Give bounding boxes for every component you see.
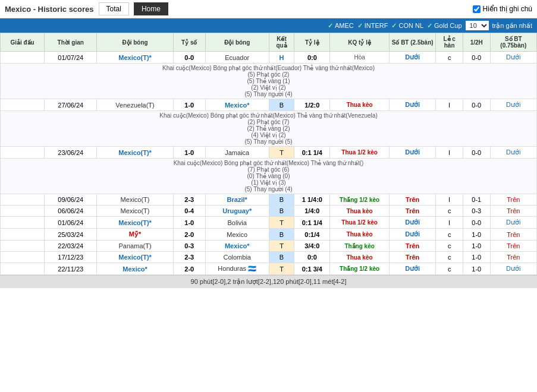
- bet-result: Thua 1/2 kèo: [330, 217, 390, 229]
- table-row: CON NL22/03/24Panama(T)0-3Mexico*T3/4:0T…: [1, 241, 537, 252]
- bet-ratio: 1/2:0: [294, 99, 330, 111]
- over-under-075: Trên: [490, 252, 536, 263]
- away-team: Jamaica: [205, 147, 269, 159]
- over-under-25: Trên: [389, 194, 435, 206]
- check-amec: ✓: [328, 22, 333, 30]
- table-header-row: Giải đấu Thời gian Đội bóng Tỷ số Đội bó…: [1, 33, 537, 52]
- filter-connl: ✓ CON NL: [391, 22, 423, 30]
- over-under-25: Dưới: [389, 147, 435, 159]
- match-result: B: [269, 206, 294, 217]
- match-result: B: [269, 229, 294, 241]
- recent-matches-select[interactable]: 5 10 15 20 30 All: [466, 21, 489, 30]
- table-row: CON NL25/03/24Mỹ*2-0MexicoB0:1/4Thua kèo…: [1, 229, 537, 241]
- lec-han: c: [436, 52, 463, 64]
- away-team: Brazil*: [205, 194, 269, 206]
- bet-ratio: 0:1/4: [294, 229, 330, 241]
- lec-han: I: [436, 99, 463, 111]
- over-under-25: Trên: [389, 241, 435, 252]
- th-sobt2: Số BT (0.75bàn): [490, 33, 536, 52]
- th-half: 1/2H: [463, 33, 490, 52]
- match-result: H: [269, 52, 294, 64]
- lec-han: c: [436, 241, 463, 252]
- th-competition: Giải đấu: [1, 33, 45, 52]
- tab-total[interactable]: Total: [99, 2, 129, 15]
- match-date: 25/03/24: [45, 229, 97, 241]
- away-team: Mexico*: [205, 99, 269, 111]
- competition-badge: INTERF: [1, 217, 45, 229]
- lec-han: I: [436, 147, 463, 159]
- half-score: 0-0: [463, 99, 490, 111]
- match-result: T: [269, 147, 294, 159]
- match-score: 1-0: [173, 147, 205, 159]
- th-lec: Lẻ c hàn: [436, 33, 463, 52]
- over-under-25: Trên: [389, 206, 435, 217]
- home-team: Mỹ*: [97, 229, 173, 241]
- lec-han: c: [436, 229, 463, 241]
- header: Mexico - Historic scores Total Home Hiển…: [0, 0, 537, 18]
- home-team: Venezuela(T): [97, 99, 173, 111]
- match-score: 2-3: [173, 194, 205, 206]
- away-team: Mexico*: [205, 241, 269, 252]
- bet-result: Hòa: [330, 52, 390, 64]
- home-team: Mexico(T): [97, 194, 173, 206]
- match-detail-content: Khai cuộc(Mexico) Bóng phạt góc thứ nhất…: [1, 111, 537, 147]
- match-result: B: [269, 99, 294, 111]
- half-score: 0-0: [463, 147, 490, 159]
- filter-amec-label: AMEC: [335, 22, 354, 29]
- bet-ratio: 0:0: [294, 52, 330, 64]
- match-score: 2-0: [173, 229, 205, 241]
- match-date: 27/06/24: [45, 99, 97, 111]
- bet-result: Thua kèo: [330, 206, 390, 217]
- away-team: Uruguay*: [205, 206, 269, 217]
- th-result: Kết quả: [269, 33, 294, 52]
- match-score: 1-0: [173, 99, 205, 111]
- filter-row: ✓ AMEC ✓ INTERF ✓ CON NL ✓ Gold Cup 5 10…: [0, 18, 537, 33]
- half-score: 0-3: [463, 206, 490, 217]
- bet-ratio: 3/4:0: [294, 241, 330, 252]
- over-under-25: Dưới: [389, 263, 435, 275]
- match-detail-row: Khai cuộc(Mexico) Bóng phạt góc thứ nhất…: [1, 64, 537, 99]
- over-under-25: Trên: [389, 252, 435, 263]
- bet-result: Thua 1/2 kèo: [330, 147, 390, 159]
- show-notes: Hiển thị ghi chú: [473, 5, 532, 13]
- match-result: B: [269, 252, 294, 263]
- th-away: Đội bóng: [205, 33, 269, 52]
- match-score: 0-0: [173, 52, 205, 64]
- bet-ratio: 0:0: [294, 252, 330, 263]
- match-result: T: [269, 263, 294, 275]
- over-under-25: Dưới: [389, 229, 435, 241]
- th-kqtyle: KQ tỷ lệ: [330, 33, 390, 52]
- over-under-25: Dưới: [389, 52, 435, 64]
- home-team: Mexico(T)*: [97, 217, 173, 229]
- filter-interf: ✓ INTERF: [357, 22, 388, 30]
- over-under-075: Dưới: [490, 147, 536, 159]
- competition-badge: CON NL: [1, 229, 45, 241]
- bet-result: Thắng kèo: [330, 241, 390, 252]
- tab-home[interactable]: Home: [134, 2, 168, 15]
- match-date: 09/06/24: [45, 194, 97, 206]
- table-row: INTERF09/06/24Mexico(T)2-3Brazil*B1 1/4:…: [1, 194, 537, 206]
- match-result: T: [269, 241, 294, 252]
- show-notes-checkbox[interactable]: [473, 5, 481, 13]
- over-under-075: Dưới: [490, 263, 536, 275]
- bet-ratio: 0:1 1/4: [294, 147, 330, 159]
- footer-stats: 90 phút[2-0],2 trận lượt[2-2],120 phút[2…: [0, 275, 537, 288]
- match-score: 0-3: [173, 241, 205, 252]
- table-row: AMEC27/06/24Venezuela(T)1-0Mexico*B1/2:0…: [1, 99, 537, 111]
- bet-ratio: 0:1 3/4: [294, 263, 330, 275]
- bet-result: Thắng 1/2 kèo: [330, 263, 390, 275]
- filter-connl-label: CON NL: [398, 22, 423, 29]
- lec-han: c: [436, 206, 463, 217]
- match-date: 22/11/23: [45, 263, 97, 275]
- match-score: 0-4: [173, 206, 205, 217]
- table-row: AMEC01/07/24Mexico(T)*0-0EcuadorH0:0HòaD…: [1, 52, 537, 64]
- lec-han: I: [436, 194, 463, 206]
- bet-ratio: 1/4:0: [294, 206, 330, 217]
- match-score: 2-3: [173, 252, 205, 263]
- over-under-25: Dưới: [389, 99, 435, 111]
- th-ratio: Tỷ lệ: [294, 33, 330, 52]
- match-score: 1-0: [173, 217, 205, 229]
- table-row: INTERF17/12/23Mexico(T)*2-3ColombiaB0:0T…: [1, 252, 537, 263]
- lec-han: c: [436, 252, 463, 263]
- filter-amec: ✓ AMEC: [328, 22, 354, 30]
